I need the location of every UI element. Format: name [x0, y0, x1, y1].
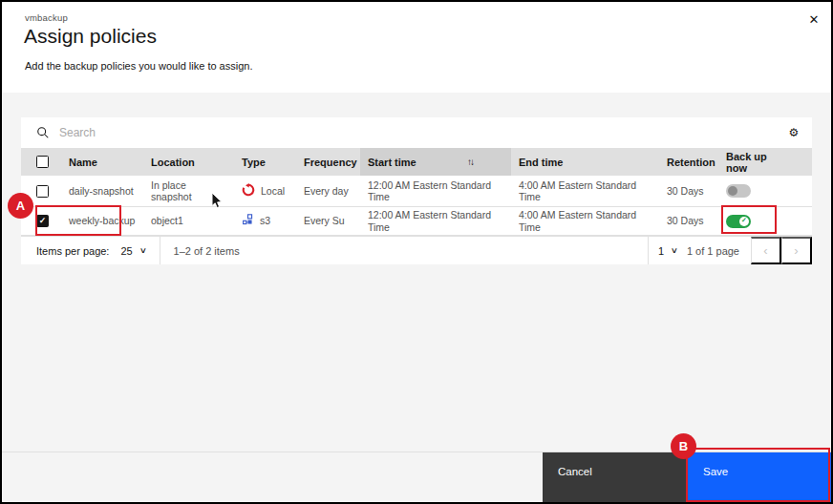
page-title: Assign policies — [24, 25, 157, 48]
cell-retention: 30 Days — [659, 207, 718, 235]
page-count-text: 1 of 1 page — [687, 237, 751, 264]
cell-end-time: 4:00 AM Eastern Standard Time — [511, 207, 659, 235]
close-button[interactable]: ✕ — [802, 8, 825, 31]
row2-backup-now-toggle[interactable]: ✓ — [726, 215, 751, 228]
page-number-value: 1 — [658, 245, 664, 257]
row-select-cell — [21, 176, 61, 206]
table-settings-button[interactable]: ⚙ — [780, 118, 808, 147]
pagination-bar: Items per page: 25 ∨ 1–2 of 2 items 1 ∨ … — [21, 236, 812, 264]
table-row: daily-snapshot In place snapshot Local E… — [21, 176, 812, 207]
cell-frequency: Every day — [296, 176, 360, 206]
save-button[interactable]: Save — [688, 452, 831, 503]
items-per-page-select[interactable]: 25 ∨ — [120, 245, 159, 257]
items-per-page-label: Items per page: — [36, 245, 109, 257]
object-storage-icon — [242, 214, 254, 228]
close-icon: ✕ — [809, 12, 820, 27]
table-header-row: Name Location Type Frequency Start time … — [21, 148, 812, 176]
column-header-name[interactable]: Name — [61, 148, 143, 176]
next-page-button[interactable]: › — [781, 237, 812, 264]
search-icon — [36, 126, 50, 139]
modal-footer: Cancel Save — [2, 452, 831, 502]
chevron-down-icon: ∨ — [671, 246, 678, 255]
pagination-range-text: 1–2 of 2 items — [160, 237, 240, 264]
items-per-page-value: 25 — [120, 245, 132, 257]
cell-end-time: 4:00 AM Eastern Standard Time — [511, 176, 659, 206]
cell-type: s3 — [234, 207, 296, 235]
toggle-check-icon: ✓ — [739, 217, 749, 226]
previous-page-button[interactable]: ‹ — [751, 237, 781, 264]
column-header-backup-now[interactable]: Back up now — [718, 148, 778, 176]
column-header-location[interactable]: Location — [143, 148, 234, 176]
type-label: s3 — [260, 215, 270, 226]
policies-table: ⚙ Name Location Type Frequency Start tim… — [21, 117, 812, 264]
chevron-down-icon: ∨ — [139, 246, 147, 255]
column-header-retention[interactable]: Retention — [659, 148, 718, 176]
table-row: ✓ weekly-backup object1 s3 Every Su 12:0… — [21, 207, 812, 236]
cell-type: Local — [234, 176, 296, 206]
toggle-knob — [728, 186, 737, 196]
modal-eyebrow: vmbackup — [25, 12, 68, 23]
caret-right-icon: › — [794, 243, 798, 258]
row2-checkbox[interactable]: ✓ — [36, 215, 49, 227]
row-select-cell: ✓ — [21, 207, 61, 235]
column-header-type[interactable]: Type — [234, 148, 296, 176]
row1-checkbox[interactable] — [36, 185, 49, 198]
caret-left-icon: ‹ — [763, 243, 767, 258]
gear-icon: ⚙ — [789, 126, 800, 139]
page-number-select[interactable]: 1 ∨ — [648, 237, 687, 264]
row1-backup-now-toggle[interactable] — [726, 184, 751, 198]
cell-frequency: Every Su — [296, 207, 360, 235]
items-per-page: Items per page: 25 ∨ — [21, 237, 160, 264]
cell-retention: 30 Days — [659, 176, 718, 206]
select-all-cell — [21, 148, 61, 176]
column-header-end-time[interactable]: End time — [511, 148, 659, 176]
cell-name: daily-snapshot — [61, 176, 143, 206]
modal-header: vmbackup Assign policies Add the backup … — [2, 2, 831, 93]
cell-start-time: 12:00 AM Eastern Standard Time — [360, 176, 511, 206]
sort-arrows-icon[interactable]: ↑↓ — [467, 157, 473, 167]
assign-policies-modal: vmbackup Assign policies Add the backup … — [0, 0, 833, 504]
restore-icon — [242, 183, 255, 199]
cell-backup-now: ✓ — [718, 207, 812, 235]
column-header-frequency[interactable]: Frequency — [296, 148, 360, 176]
cell-location: In place snapshot — [143, 176, 234, 206]
start-time-label: Start time — [368, 157, 416, 168]
table-toolbar: ⚙ — [21, 117, 812, 148]
cell-backup-now — [718, 176, 812, 206]
cell-start-time: 12:00 AM Eastern Standard Time — [360, 207, 511, 235]
modal-body: ⚙ Name Location Type Frequency Start tim… — [2, 93, 831, 452]
search-input[interactable] — [59, 126, 780, 139]
cancel-button[interactable]: Cancel — [543, 452, 688, 503]
cell-location: object1 — [143, 207, 234, 235]
select-all-checkbox[interactable] — [36, 156, 49, 168]
column-header-start-time[interactable]: Start time ↑↓ — [360, 148, 511, 176]
cell-name: weekly-backup — [61, 207, 143, 235]
type-label: Local — [261, 185, 285, 197]
modal-subtitle: Add the backup policies you would like t… — [25, 60, 252, 72]
